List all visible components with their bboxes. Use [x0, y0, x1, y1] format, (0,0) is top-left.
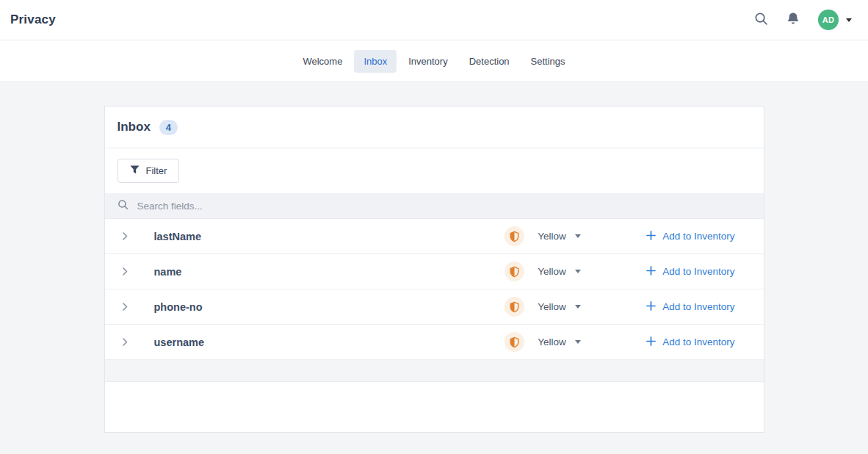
field-row: phone-no Yellow Add to Inventory [105, 289, 764, 325]
tab-inbox[interactable]: Inbox [354, 50, 397, 73]
classification-dropdown[interactable]: Yellow [538, 266, 583, 277]
add-to-inventory-button[interactable]: Add to Inventory [646, 336, 734, 348]
inbox-card: Inbox 4 Filter [104, 106, 764, 433]
classification-dropdown[interactable]: Yellow [538, 231, 583, 242]
search-icon [754, 12, 768, 28]
user-menu-caret-icon [846, 18, 852, 22]
user-menu[interactable]: AD [818, 10, 852, 30]
avatar[interactable]: AD [818, 10, 839, 30]
field-name: lastName [154, 231, 201, 242]
classification-dropdown[interactable]: Yellow [538, 336, 583, 347]
filter-button-label: Filter [146, 165, 167, 176]
chevron-down-icon [575, 340, 581, 344]
field-name: name [154, 266, 182, 278]
expand-chevron-icon[interactable] [123, 303, 128, 311]
shield-icon [504, 332, 524, 352]
inbox-title: Inbox [117, 120, 151, 134]
field-name: phone-no [154, 301, 203, 313]
app-window: Privacy AD [0, 0, 868, 454]
filter-bar: Filter [105, 148, 764, 193]
plus-icon [646, 266, 656, 278]
expand-chevron-icon[interactable] [123, 338, 128, 346]
classification-value: Yellow [538, 231, 566, 242]
page-content: Inbox 4 Filter [0, 82, 868, 433]
inbox-count-badge: 4 [159, 120, 178, 135]
field-name: username [154, 336, 205, 348]
shield-icon [504, 262, 524, 281]
list-end-strip [105, 360, 764, 382]
add-to-inventory-label: Add to Inventory [662, 231, 734, 242]
expand-chevron-icon[interactable] [123, 232, 128, 240]
classification-value: Yellow [538, 336, 566, 347]
bell-icon [786, 12, 800, 29]
plus-icon [646, 231, 656, 242]
classification-value: Yellow [538, 301, 566, 312]
add-to-inventory-label: Add to Inventory [662, 301, 734, 312]
field-row: lastName Yellow Add to Inventory [105, 219, 764, 254]
search-fields-bar [105, 193, 764, 219]
add-to-inventory-button[interactable]: Add to Inventory [646, 231, 734, 242]
add-to-inventory-button[interactable]: Add to Inventory [646, 266, 734, 278]
add-to-inventory-label: Add to Inventory [662, 266, 734, 277]
expand-chevron-icon[interactable] [123, 267, 128, 275]
top-bar-actions: AD [754, 10, 852, 30]
plus-icon [646, 336, 656, 348]
shield-icon [504, 226, 524, 246]
app-title: Privacy [10, 12, 56, 27]
filter-button[interactable]: Filter [117, 159, 180, 183]
main-nav: Welcome Inbox Inventory Detection Settin… [0, 40, 868, 82]
field-row: username Yellow Add to Inventory [105, 325, 764, 360]
add-to-inventory-label: Add to Inventory [662, 336, 734, 347]
chevron-down-icon [575, 234, 581, 238]
inbox-card-footer [105, 382, 764, 432]
classification-dropdown[interactable]: Yellow [538, 301, 583, 312]
tab-inventory[interactable]: Inventory [399, 50, 457, 73]
tab-welcome[interactable]: Welcome [293, 50, 352, 73]
inbox-card-header: Inbox 4 [105, 107, 764, 148]
search-fields-icon [117, 199, 129, 213]
field-row: name Yellow Add to Inventory [105, 254, 764, 289]
classification-value: Yellow [538, 266, 566, 277]
tab-detection[interactable]: Detection [460, 50, 519, 73]
notifications-button[interactable] [786, 12, 800, 29]
top-bar: Privacy AD [0, 0, 868, 40]
shield-icon [504, 297, 524, 317]
add-to-inventory-button[interactable]: Add to Inventory [646, 301, 734, 313]
filter-icon [130, 165, 140, 176]
chevron-down-icon [575, 305, 581, 309]
search-fields-input[interactable] [136, 200, 751, 212]
chevron-down-icon [575, 270, 581, 273]
plus-icon [646, 301, 656, 313]
search-button[interactable] [754, 12, 768, 28]
tab-settings[interactable]: Settings [521, 50, 575, 73]
